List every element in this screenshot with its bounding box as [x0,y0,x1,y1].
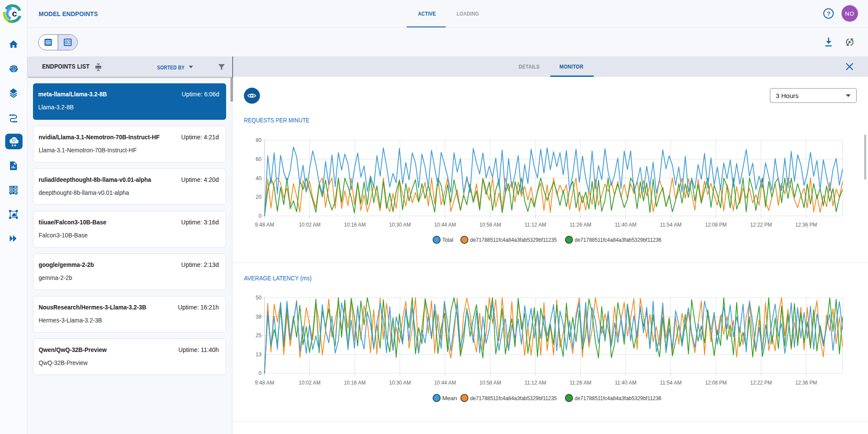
svg-text:10:44 AM: 10:44 AM [434,222,456,228]
svg-text:10:02 AM: 10:02 AM [299,222,321,228]
svg-text:80: 80 [256,137,262,143]
svg-text:de71788511fc4a84a3fab5329bf112: de71788511fc4a84a3fab5329bf11236 [575,395,661,401]
svg-text:11:40 AM: 11:40 AM [615,222,637,228]
svg-text:11:40 AM: 11:40 AM [615,380,637,386]
svg-text:10:30 AM: 10:30 AM [389,222,411,228]
svg-text:11:26 AM: 11:26 AM [570,380,592,386]
svg-text:9:48 AM: 9:48 AM [255,222,274,228]
svg-text:?: ? [827,10,830,17]
svg-text:25: 25 [256,332,262,339]
svg-text:de71788511fc4a84a3fab5329bf112: de71788511fc4a84a3fab5329bf11235 [470,237,557,243]
svg-text:de71788511fc4a84a3fab5329bf112: de71788511fc4a84a3fab5329bf11235 [470,395,557,401]
svg-text:38: 38 [256,314,262,320]
svg-text:10:16 AM: 10:16 AM [344,222,366,228]
svg-text:10:44 AM: 10:44 AM [434,380,456,386]
svg-text:40: 40 [256,175,262,181]
svg-text:10:02 AM: 10:02 AM [299,380,321,386]
svg-text:12:36 PM: 12:36 PM [796,222,817,228]
svg-text:20: 20 [256,194,262,200]
svg-text:50: 50 [256,295,262,301]
svg-text:10:30 AM: 10:30 AM [389,380,411,386]
svg-text:Mean: Mean [442,395,457,401]
svg-text:0: 0 [259,370,262,376]
svg-text:9:48 AM: 9:48 AM [255,380,274,386]
svg-text:12:22 PM: 12:22 PM [750,222,772,228]
svg-text:10:16 AM: 10:16 AM [344,380,366,386]
svg-text:12:36 PM: 12:36 PM [796,380,817,386]
svg-text:10:58 AM: 10:58 AM [480,222,501,228]
svg-text:11:12 AM: 11:12 AM [525,222,546,228]
svg-text:de71788511fc4a84a3fab5329bf112: de71788511fc4a84a3fab5329bf11236 [575,237,661,243]
svg-text:13: 13 [256,352,262,358]
svg-text:10:58 AM: 10:58 AM [480,380,501,386]
svg-text:11:12 AM: 11:12 AM [525,380,546,386]
svg-text:11:54 AM: 11:54 AM [660,222,682,228]
svg-text:12:08 PM: 12:08 PM [705,380,727,386]
svg-text:c: c [12,8,17,18]
svg-text:60: 60 [256,156,262,162]
svg-text:12:08 PM: 12:08 PM [705,222,727,228]
svg-text:12:22 PM: 12:22 PM [750,380,772,386]
svg-text:11:54 AM: 11:54 AM [660,380,682,386]
svg-text:0: 0 [259,213,262,219]
svg-text:Total: Total [442,237,454,243]
svg-text:11:26 AM: 11:26 AM [570,222,592,228]
